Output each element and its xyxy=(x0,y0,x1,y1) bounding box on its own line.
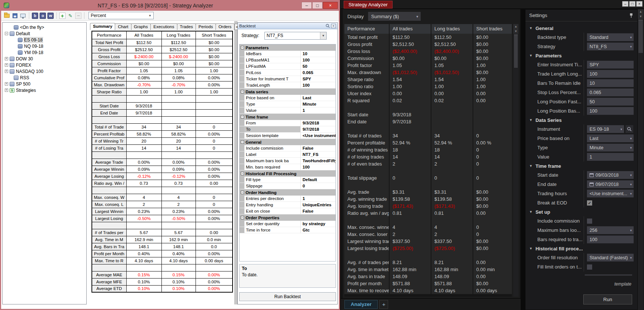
tree-item[interactable]: +NASDAQ 100 xyxy=(3,68,86,74)
property-row[interactable]: Exit on closeFalse xyxy=(240,208,336,214)
settings-dropdown[interactable]: ES 09-18▾ xyxy=(587,125,624,133)
settings-dropdown[interactable]: 09/03/2018▾ xyxy=(587,171,634,179)
property-value[interactable]: 100 xyxy=(301,83,336,87)
property-value[interactable]: 0 xyxy=(301,184,336,188)
search-icon[interactable] xyxy=(326,24,330,28)
settings-section-header[interactable]: ▼Parameters xyxy=(525,51,637,60)
settings-input[interactable]: 100 xyxy=(587,107,634,115)
settings-section-header[interactable]: ▼General xyxy=(525,24,637,33)
settings-dropdown[interactable]: NT8_FS▾ xyxy=(587,43,634,50)
settings-input[interactable]: 0.065 xyxy=(587,89,634,96)
scrollbar-thumb[interactable] xyxy=(638,20,643,53)
property-row[interactable]: Entries per direction1 xyxy=(240,196,336,202)
run-backtest-button[interactable]: Run Backtest xyxy=(239,292,336,301)
settings-dropdown[interactable]: Standard (Fastest)▾ xyxy=(587,254,634,261)
property-row[interactable]: LPBaseMA1100 xyxy=(240,57,336,63)
optimize-mode-button[interactable]: o xyxy=(40,13,46,19)
edit-pencil-icon[interactable]: ✎ xyxy=(67,12,74,19)
scroll-down-icon[interactable]: ▼ xyxy=(638,14,644,19)
property-category[interactable]: −Order Properties xyxy=(240,214,336,221)
property-value[interactable]: False xyxy=(301,209,336,213)
scroll-up-icon[interactable]: ▲ xyxy=(513,24,518,29)
panel-splitter[interactable] xyxy=(234,21,237,304)
property-value[interactable]: False xyxy=(301,146,336,150)
settings-input[interactable]: SPY xyxy=(587,61,634,69)
property-row[interactable]: Value1 xyxy=(240,107,336,114)
property-value[interactable]: 9/7/2018 xyxy=(301,127,336,131)
property-row[interactable]: PctLoss0.065 xyxy=(240,70,336,76)
property-value[interactable]: 10 xyxy=(301,51,336,56)
collapse-icon[interactable]: − xyxy=(241,115,244,119)
property-category[interactable]: −General xyxy=(240,139,336,145)
add-icon[interactable]: + xyxy=(59,13,66,19)
property-row[interactable]: Fill typeDefault xyxy=(240,177,336,183)
settings-input[interactable]: 100 xyxy=(587,70,634,78)
backtest-mode-button[interactable]: b xyxy=(32,13,38,19)
settings-dropdown[interactable]: Minute▾ xyxy=(587,144,634,151)
property-value[interactable]: Last xyxy=(301,96,336,100)
property-row[interactable]: TypeMinute xyxy=(240,101,336,107)
scrollbar-thumb[interactable] xyxy=(514,34,518,68)
settings-input[interactable]: 1 xyxy=(587,153,634,161)
checkbox-checked-icon[interactable]: ✓ xyxy=(587,200,592,206)
property-row[interactable]: Maximum bars look baTwoHundredFiftySix xyxy=(240,158,336,164)
tab-trades[interactable]: Trades xyxy=(177,23,196,30)
settings-dropdown[interactable]: Last▾ xyxy=(587,134,634,142)
settings-dropdown[interactable]: Standard▾ xyxy=(587,33,634,41)
settings-section-header[interactable]: ▼Data Series xyxy=(525,116,637,124)
maximize-icon[interactable]: □ xyxy=(629,1,635,7)
settings-input[interactable]: 10 xyxy=(587,79,634,87)
settings-dropdown[interactable]: <Use instrument...▾ xyxy=(587,190,634,197)
tree-item[interactable]: YM 09-18 xyxy=(3,49,86,56)
pin-icon[interactable] xyxy=(629,13,634,18)
settings-dropdown[interactable]: 09/07/2018▾ xyxy=(587,180,634,188)
settings-section-header[interactable]: ▼Time frame xyxy=(525,161,637,170)
property-row[interactable]: IdleBars10 xyxy=(240,51,336,57)
property-row[interactable]: Price based onLast xyxy=(240,95,336,101)
property-value[interactable]: NT7_FS xyxy=(301,152,336,157)
collapse-icon[interactable]: − xyxy=(5,32,8,35)
settings-input[interactable]: 100 xyxy=(587,236,634,243)
scroll-down-icon[interactable]: ▼ xyxy=(513,29,518,34)
tab-orders[interactable]: Orders xyxy=(216,23,234,30)
checkbox-unchecked-icon[interactable] xyxy=(587,264,592,270)
property-row[interactable]: Include commissionFalse xyxy=(240,145,336,151)
property-value[interactable]: <Use instrument settings> xyxy=(301,133,336,138)
settings-section-header[interactable]: ▼Set up xyxy=(525,207,637,216)
collapse-icon[interactable]: − xyxy=(241,216,244,219)
strategy-dropdown[interactable]: NT7_FS ▼ xyxy=(264,32,327,40)
strategy-analyzer-tab[interactable]: Strategy Analyzer xyxy=(344,1,393,9)
run-button[interactable]: Run xyxy=(583,294,632,304)
property-row[interactable]: Slippage0 xyxy=(240,183,336,189)
close-icon[interactable]: × xyxy=(323,2,338,9)
tree-item[interactable]: −Default xyxy=(3,30,86,37)
property-category[interactable]: −Historical Fill Processing xyxy=(240,170,336,177)
close-icon[interactable]: × xyxy=(636,1,643,7)
property-row[interactable]: Min. bars required100 xyxy=(240,164,336,170)
property-row[interactable]: Session template<Use instrument settings… xyxy=(240,133,336,139)
display-mode-dropdown[interactable]: Percent ▼ xyxy=(89,12,154,19)
minimize-icon[interactable]: – xyxy=(301,2,312,9)
expand-icon[interactable]: + xyxy=(5,82,8,86)
scroll-up-icon[interactable]: ▲ xyxy=(638,9,644,14)
maximize-icon[interactable]: □ xyxy=(312,2,323,9)
property-value[interactable]: 1 xyxy=(301,108,336,113)
settings-dropdown[interactable]: 256▾ xyxy=(587,226,634,234)
save-icon[interactable] xyxy=(11,12,18,19)
property-value[interactable]: 9/3/2018 xyxy=(301,121,336,125)
section-collapse-icon[interactable]: ▼ xyxy=(529,210,533,214)
walkforward-mode-button[interactable]: w xyxy=(47,13,54,19)
collapse-icon[interactable]: − xyxy=(241,172,244,175)
property-value[interactable]: 1 xyxy=(301,196,336,201)
tab-periods[interactable]: Periods xyxy=(196,23,216,30)
property-value[interactable]: 100 xyxy=(301,58,336,62)
tab-graphs[interactable]: Graphs xyxy=(131,23,151,30)
section-collapse-icon[interactable]: ▼ xyxy=(529,54,533,57)
expand-icon[interactable]: + xyxy=(5,70,8,73)
collapse-icon[interactable]: − xyxy=(241,140,244,144)
property-category[interactable]: −Order Handling xyxy=(240,189,336,196)
tree-item[interactable]: <On the fly> xyxy=(3,24,86,30)
checkbox-unchecked-icon[interactable] xyxy=(587,219,592,224)
property-value[interactable]: UniqueEntries xyxy=(301,203,336,207)
tree-item[interactable]: NQ 09-18 xyxy=(3,43,86,49)
